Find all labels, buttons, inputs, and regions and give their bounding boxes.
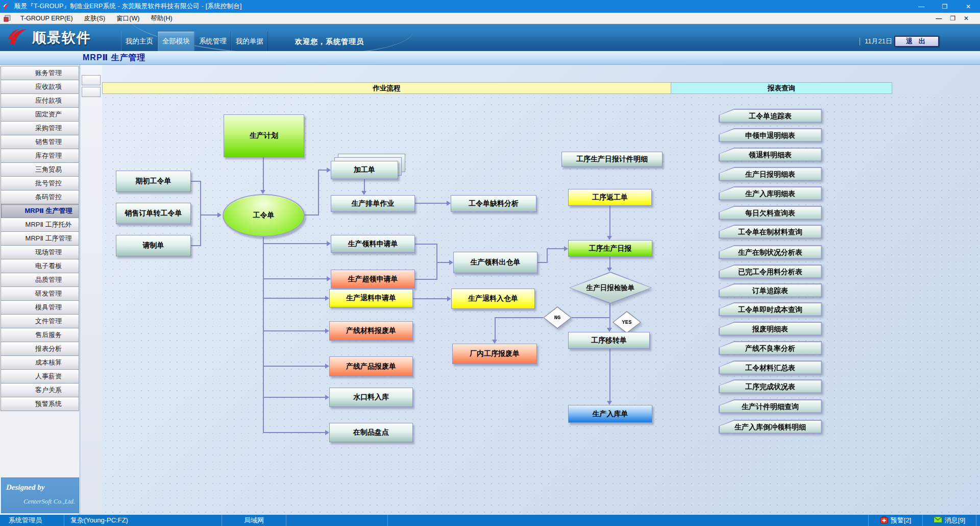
sidebar-item-7[interactable]: 三角贸易 [1,162,79,177]
status-workstation: 复杂(Young-PC:FZ) [64,515,222,526]
sidebar-item-2[interactable]: 应付款项 [1,93,79,108]
report-item-10[interactable]: 工令单即时成本查询 [719,302,822,316]
report-item-9[interactable]: 订单追踪表 [719,283,822,297]
mdi-minimize-button[interactable]: — [936,13,942,24]
report-item-5[interactable]: 每日欠料查询表 [719,206,822,220]
flow-connector [364,179,365,191]
sidebar-item-20[interactable]: 报表分析 [1,342,79,356]
sidebar-item-4[interactable]: 采购管理 [1,121,79,135]
splitter-strip [80,65,102,515]
close-button[interactable]: ✕ [957,0,980,13]
flow-node[interactable]: 工令单缺料分析 [451,195,536,212]
sidebar-item-23[interactable]: 客户关系 [1,383,79,397]
sidebar-item-3[interactable]: 固定资产 [1,107,79,122]
flow-node[interactable]: 厂内工序报废单 [452,344,537,364]
sidebar-item-13[interactable]: 现场管理 [1,245,79,259]
menu-skin[interactable]: 皮肤(S) [79,13,111,24]
minimize-button[interactable]: — [910,0,933,13]
flow-node[interactable]: 工序生产日报计件明细 [561,152,663,167]
flow-node[interactable]: 产线材料报废单 [329,321,413,341]
flow-node[interactable]: 生产领料出仓单 [453,252,537,273]
sidebar-item-11[interactable]: MRPⅡ 工序托外 [1,218,79,232]
mdi-restore-button[interactable]: ❐ [950,13,955,24]
module-sidebar: 账务管理应收款项应付款项固定资产采购管理销售管理库存管理三角贸易批号管控条码管控… [0,65,80,515]
menu-tgroup-erp[interactable]: T-GROUP ERP(E) [15,13,79,24]
report-item-0[interactable]: 工令单追踪表 [719,109,822,123]
window-title: 顺景『T-GROUP』制造业ERP系统 - 东莞顺景软件科技有限公司 - [系统… [14,2,242,11]
collapsed-panel-button[interactable] [82,87,101,97]
sidebar-item-19[interactable]: 售后服务 [1,328,79,342]
report-label: 生产日报明细表 [719,167,822,181]
sidebar-item-17[interactable]: 模具管理 [1,300,79,315]
flow-node[interactable]: 生产排单作业 [331,195,415,212]
flow-node[interactable]: 工序返工单 [568,189,652,206]
report-item-13[interactable]: 工令材料汇总表 [719,361,822,374]
flow-node[interactable]: 生产退料申请单 [329,289,413,307]
alert-icon [880,516,888,525]
flow-node[interactable]: 工序移转单 [568,332,650,349]
flow-node[interactable]: 生产领料申请单 [331,235,415,253]
report-item-15[interactable]: 生产计件明细查询 [719,399,822,413]
report-label: 每日欠料查询表 [719,206,822,220]
report-item-6[interactable]: 工令单在制材料查询 [719,225,822,238]
sidebar-item-9[interactable]: 条码管控 [1,190,79,204]
flow-branch-label[interactable]: YES [612,311,641,333]
report-item-4[interactable]: 生产入库明细表 [719,186,822,200]
report-item-14[interactable]: 工序完成状况表 [719,379,822,393]
report-item-11[interactable]: 报废明细表 [719,322,822,336]
status-messages[interactable]: 消息[9] [923,515,976,526]
sidebar-item-0[interactable]: 账务管理 [1,66,79,80]
sidebar-item-21[interactable]: 成本核算 [1,355,79,370]
flow-node[interactable]: 生产计划 [224,114,304,157]
sidebar-item-12[interactable]: MRPⅡ 工序管理 [1,231,79,246]
tab-all-modules[interactable]: 全部模块 [158,32,194,51]
mdi-close-button[interactable]: ✕ [964,13,969,24]
flow-node[interactable]: 期初工令单 [116,171,191,192]
status-alerts[interactable]: 预警[2] [869,515,923,526]
flow-node[interactable]: 工序生产日报 [568,240,652,257]
sidebar-item-10[interactable]: MRPⅡ 生产管理 [1,204,79,218]
report-item-3[interactable]: 生产日报明细表 [719,167,822,181]
flow-node[interactable]: 生产退料入仓单 [451,289,535,309]
menu-window[interactable]: 窗口(W) [111,13,145,24]
tab-my-home[interactable]: 我的主页 [121,32,158,51]
sidebar-item-18[interactable]: 文件管理 [1,314,79,328]
sidebar-item-1[interactable]: 应收款项 [1,80,79,94]
report-item-2[interactable]: 领退料明细表 [719,148,822,161]
flow-node[interactable]: 在制品盘点 [329,423,413,442]
sidebar-item-14[interactable]: 电子看板 [1,259,79,273]
sidebar-item-16[interactable]: 研发管理 [1,286,79,301]
collapsed-panel-button[interactable] [82,75,101,85]
date-text: 11月21日 [865,32,892,51]
node-label: 工序移转单 [591,336,627,345]
sidebar-item-24[interactable]: 预警系统 [1,397,79,411]
flow-node[interactable]: 工令单 [223,194,305,237]
report-item-12[interactable]: 产线不良率分析 [719,341,822,355]
flow-node[interactable]: 生产入库单 [568,405,652,423]
report-item-7[interactable]: 生产在制状况分析表 [719,245,822,259]
sidebar-item-5[interactable]: 销售管理 [1,135,79,149]
flow-node[interactable]: 请制单 [116,235,191,256]
report-item-16[interactable]: 生产入库倒冲领料明细 [719,420,822,434]
sidebar-item-6[interactable]: 库存管理 [1,149,79,163]
tab-system-admin[interactable]: 系统管理 [194,32,231,51]
flow-decision-node[interactable]: 生产日报检验单 [569,272,652,304]
flow-branch-label[interactable]: NG [543,306,572,329]
tab-my-documents[interactable]: 我的单据 [231,32,268,51]
report-item-8[interactable]: 已完工令用料分析表 [719,265,822,278]
menu-help[interactable]: 帮助(H) [145,13,178,24]
sidebar-item-22[interactable]: 人事薪资 [1,369,79,384]
sidebar-item-8[interactable]: 批号管控 [1,176,79,190]
flow-node[interactable]: 产线产品报废单 [329,356,413,376]
flow-node[interactable]: 水口料入库 [329,388,413,407]
flow-connector [537,262,548,263]
restore-button[interactable]: ❐ [933,0,957,13]
flow-node[interactable]: 生产超领申请单 [331,270,415,289]
flow-node[interactable]: 加工单 [331,161,398,179]
flow-node[interactable]: 销售订单转工令单 [116,203,191,224]
node-label: 工序生产日报计件明细 [576,155,648,164]
sidebar-item-15[interactable]: 品质管理 [1,273,79,287]
exit-button[interactable]: 退 出 [894,36,939,47]
flow-connector [607,401,612,405]
report-item-1[interactable]: 申领申退明细表 [719,128,822,142]
